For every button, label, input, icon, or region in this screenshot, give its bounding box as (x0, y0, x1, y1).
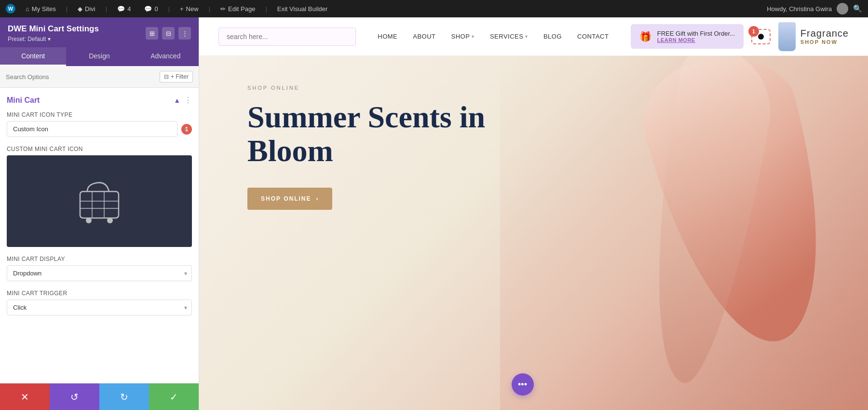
cart-badge: 1 (748, 26, 759, 37)
panel-preset[interactable]: Preset: Default ▾ (8, 36, 99, 42)
services-dropdown-icon: ▾ (525, 34, 528, 39)
new-btn[interactable]: + New (176, 4, 202, 14)
section-actions: ▲ ⋮ (174, 96, 192, 105)
edit-page-btn[interactable]: ✏ Edit Page (217, 4, 258, 14)
section-title: Mini Cart (7, 96, 40, 105)
panel-title-text: DWE Mini Cart Settings Preset: Default ▾ (8, 24, 99, 42)
floating-action-button[interactable]: ••• (512, 373, 534, 396)
panel-tabs: Content Design Advanced (0, 47, 199, 66)
panel-header-icons: ⊞ ⊟ ⋮ (146, 27, 191, 40)
cart-icon (758, 34, 764, 40)
comment-icon: 💬 (144, 5, 152, 13)
search-options-input[interactable] (6, 73, 156, 81)
wordpress-logo[interactable]: W (6, 4, 15, 14)
plus-icon: + (180, 5, 184, 13)
save-button[interactable]: ✓ (149, 383, 199, 410)
trigger-label: Mini Cart Trigger (7, 290, 192, 297)
more-options-icon[interactable]: ⋮ (178, 27, 191, 40)
chevron-down-icon: ▾ (48, 36, 51, 42)
trigger-select[interactable]: Click (7, 300, 192, 315)
custom-icon-field: Custom Mini Cart Icon (7, 146, 192, 247)
nav-contact[interactable]: CONTACT (577, 33, 609, 40)
icon-type-badge: 1 (181, 124, 192, 135)
icon-type-label: Mini Cart Icon Type (7, 111, 192, 118)
undo-button[interactable]: ↺ (50, 383, 99, 410)
collapse-icon[interactable]: ▲ (174, 96, 180, 104)
divi-btn[interactable]: ◆ Divi (74, 4, 99, 14)
tab-design[interactable]: Design (66, 47, 132, 66)
fragrance-shop-now[interactable]: SHOP NOW (800, 39, 849, 45)
display-select[interactable]: Dropdown (7, 265, 192, 281)
my-sites-btn[interactable]: ⌂ My Sites (22, 4, 59, 14)
nav-blog[interactable]: BLOG (543, 33, 562, 40)
svg-point-5 (86, 218, 92, 223)
hero-title: Summer Scents in Bloom (247, 100, 537, 168)
panel-search-bar: ⊟ + Filter (0, 66, 199, 88)
search-icon[interactable]: 🔍 (853, 4, 862, 13)
panel-header: DWE Mini Cart Settings Preset: Default ▾… (0, 17, 199, 47)
gift-icon: 🎁 (639, 31, 651, 42)
cta-arrow-icon: › (316, 195, 319, 202)
right-area: HOME ABOUT SHOP ▾ SERVICES ▾ BLOG CONTAC (199, 17, 868, 410)
avatar (837, 3, 848, 14)
shop-dropdown-icon: ▾ (472, 34, 475, 39)
nav-search-wrap (218, 27, 356, 46)
svg-rect-0 (80, 191, 119, 218)
nav-services[interactable]: SERVICES ▾ (490, 33, 528, 40)
admin-bar-left: W ⌂ My Sites | ◆ Divi | 💬 4 💬 0 | + New … (6, 4, 759, 14)
icon-preview-box[interactable] (7, 155, 192, 247)
perfume-visual (598, 56, 839, 410)
cart-widget[interactable]: 1 (751, 29, 771, 44)
nav-about[interactable]: ABOUT (413, 33, 435, 40)
nav-links: HOME ABOUT SHOP ▾ SERVICES ▾ BLOG CONTAC (356, 33, 631, 40)
main-layout: DWE Mini Cart Settings Preset: Default ▾… (0, 17, 868, 410)
hero-cta-button[interactable]: SHOP ONLINE › (247, 188, 332, 210)
promo-main-text: FREE Gift with First Order... (657, 30, 735, 37)
panel-body: Mini Cart ▲ ⋮ Mini Cart Icon Type Custom… (0, 88, 199, 383)
display-label: Mini Cart Display (7, 256, 192, 262)
filter-icon: ⊟ (164, 73, 169, 80)
promo-text: FREE Gift with First Order... LEARN MORE (657, 30, 735, 43)
cancel-button[interactable]: ✕ (0, 383, 50, 410)
nav-shop[interactable]: SHOP ▾ (451, 33, 475, 40)
promo-learn-more[interactable]: LEARN MORE (657, 37, 735, 43)
site-search-input[interactable] (218, 27, 356, 46)
fragrance-title: Fragrance (800, 28, 849, 39)
bubble-icon: 💬 (117, 5, 125, 13)
display-select-wrap: Dropdown ▾ (7, 265, 192, 281)
responsive-icon[interactable]: ⊞ (146, 27, 158, 40)
fragrance-bottle (778, 22, 796, 51)
left-panel: DWE Mini Cart Settings Preset: Default ▾… (0, 17, 199, 410)
house-icon: ⌂ (26, 5, 29, 13)
hero-subtitle: SHOP ONLINE (247, 85, 537, 91)
fragrance-promo: Fragrance SHOP NOW (778, 22, 849, 51)
icon-type-select[interactable]: Custom Icon (7, 121, 177, 137)
section-header: Mini Cart ▲ ⋮ (7, 96, 192, 105)
trigger-select-wrap: Click ▾ (7, 300, 192, 315)
divi-icon: ◆ (78, 5, 82, 13)
dots-horizontal-icon: ••• (518, 380, 527, 390)
trigger-field: Mini Cart Trigger Click ▾ (7, 290, 192, 315)
fragrance-text: Fragrance SHOP NOW (800, 28, 849, 45)
icon-type-field: Mini Cart Icon Type Custom Icon ▾ 1 (7, 111, 192, 137)
layout-icon[interactable]: ⊟ (162, 27, 175, 40)
user-greeting: Howdy, Christina Gwira (767, 5, 832, 13)
hero-content: SHOP ONLINE Summer Scents in Bloom SHOP … (247, 85, 537, 210)
section-more-icon[interactable]: ⋮ (184, 96, 192, 105)
cart-icon-svg (70, 177, 128, 225)
site-nav: HOME ABOUT SHOP ▾ SERVICES ▾ BLOG CONTAC (199, 17, 868, 56)
nav-home[interactable]: HOME (378, 33, 397, 40)
display-field: Mini Cart Display Dropdown ▾ (7, 256, 192, 281)
nav-right: 🎁 FREE Gift with First Order... LEARN MO… (631, 22, 849, 51)
redo-button[interactable]: ↻ (99, 383, 149, 410)
admin-bar: W ⌂ My Sites | ◆ Divi | 💬 4 💬 0 | + New … (0, 0, 868, 17)
custom-icon-label: Custom Mini Cart Icon (7, 146, 192, 152)
tab-content[interactable]: Content (0, 47, 66, 66)
panel-title: DWE Mini Cart Settings (8, 24, 99, 34)
comment-count-btn[interactable]: 💬 0 (141, 4, 161, 14)
filter-button[interactable]: ⊟ + Filter (160, 71, 193, 82)
comments-btn[interactable]: 💬 4 (114, 4, 134, 14)
exit-builder-btn[interactable]: Exit Visual Builder (274, 4, 331, 14)
tab-advanced[interactable]: Advanced (133, 47, 199, 66)
pencil-icon: ✏ (220, 5, 226, 13)
